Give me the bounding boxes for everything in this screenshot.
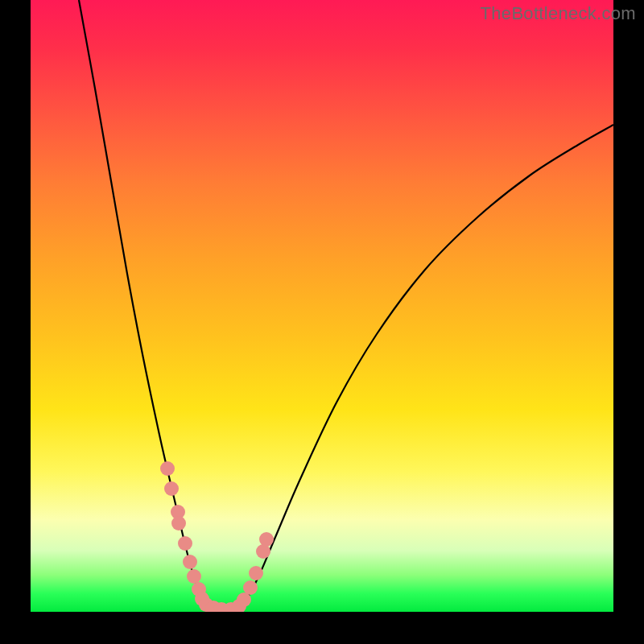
sample-dot bbox=[187, 569, 201, 584]
sample-dot bbox=[178, 536, 192, 551]
sample-dot bbox=[171, 516, 186, 530]
sample-dot bbox=[164, 481, 179, 496]
sample-dot bbox=[259, 532, 274, 547]
plot-area bbox=[31, 0, 613, 612]
bottleneck-curve bbox=[79, 0, 613, 611]
sample-dot bbox=[249, 566, 263, 580]
sample-dot bbox=[160, 461, 175, 476]
outer-frame: TheBottleneck.com bbox=[0, 0, 644, 644]
chart-overlay bbox=[31, 0, 613, 612]
watermark-text: TheBottleneck.com bbox=[481, 3, 636, 24]
sample-dot bbox=[183, 555, 197, 569]
sample-dots-group bbox=[160, 461, 274, 612]
sample-dot bbox=[243, 580, 258, 595]
